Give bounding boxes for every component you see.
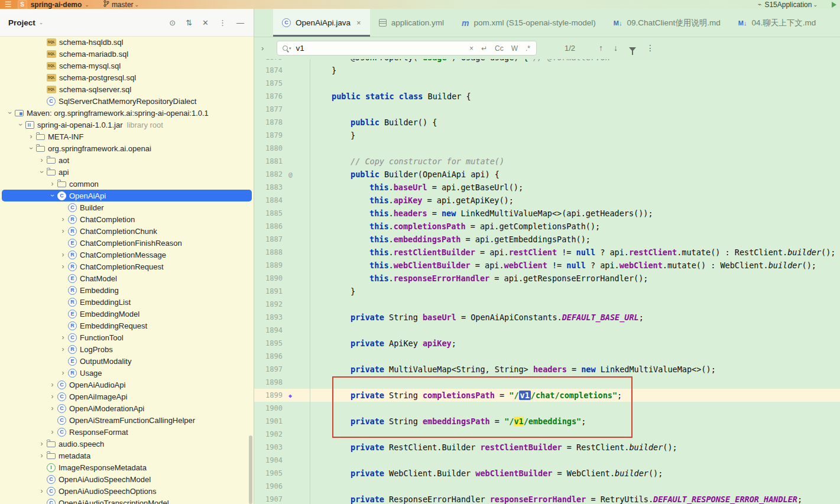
code-line-1907[interactable]: 1907private ResponseErrorHandler respons…: [254, 493, 840, 504]
chevron-expanded-icon[interactable]: ›: [27, 144, 35, 154]
code-line-1903[interactable]: 1903private RestClient.Builder restClien…: [254, 441, 840, 454]
match-case-toggle[interactable]: Cc: [495, 44, 504, 53]
chevron-expanded-icon[interactable]: ›: [38, 167, 46, 177]
chevron-collapsed-icon[interactable]: ›: [58, 215, 68, 223]
whole-words-toggle[interactable]: W: [511, 44, 518, 53]
code-line-1900[interactable]: 1900: [254, 402, 840, 415]
tree-item-embeddinglist[interactable]: REmbeddingList: [2, 296, 252, 308]
hide-panel-icon[interactable]: —: [236, 18, 244, 27]
code-line-1874[interactable]: 1874}: [254, 64, 840, 77]
code-line-1882[interactable]: 1882@public Builder(OpenAiApi api) {: [254, 168, 840, 181]
code-text[interactable]: this.headers = new LinkedMultiValueMap<>…: [310, 207, 653, 220]
code-text[interactable]: }: [310, 64, 336, 77]
code-text[interactable]: // Copy constructor for mutate(): [310, 155, 504, 168]
expand-replace-icon[interactable]: ›: [261, 44, 264, 53]
project-chevron-icon[interactable]: ⌄: [85, 2, 89, 8]
tree-item-spring-ai-openai-1-0-1-jar[interactable]: ›spring-ai-openai-1.0.1.jarlibrary root: [2, 119, 252, 131]
next-match-icon[interactable]: ↓: [614, 43, 618, 53]
chevron-collapsed-icon[interactable]: ›: [47, 404, 57, 412]
code-editor[interactable]: 1873@JsonProperty("usage") Usage usage) …: [254, 59, 840, 504]
tree-item-chatcompletionrequest[interactable]: ›RChatCompletionRequest: [2, 261, 252, 272]
tree-item-aot[interactable]: ›aot: [2, 154, 252, 166]
chevron-collapsed-icon[interactable]: ›: [47, 381, 57, 389]
chevron-collapsed-icon[interactable]: ›: [58, 345, 68, 353]
search-history-chevron-icon[interactable]: ▾: [289, 46, 291, 51]
tree-item-chatcompletion[interactable]: ›RChatCompletion: [2, 213, 252, 225]
code-line-1901[interactable]: 1901private String embeddingsPath = "/v1…: [254, 415, 840, 428]
code-text[interactable]: [310, 324, 313, 337]
chevron-collapsed-icon[interactable]: ›: [47, 180, 57, 188]
tree-item-schema-sqlserver-sql[interactable]: SQLschema-sqlserver.sql: [2, 83, 252, 95]
code-line-1898[interactable]: 1898: [254, 376, 840, 389]
code-text[interactable]: private RestClient.Builder restClientBui…: [310, 441, 677, 454]
code-text[interactable]: private String embeddingsPath = "/v1/emb…: [310, 415, 586, 428]
chevron-collapsed-icon[interactable]: ›: [58, 262, 68, 271]
tree-item-openaiimageapi[interactable]: ›COpenAiImageApi: [2, 391, 252, 402]
tree-item-openaiaudiospeechmodel[interactable]: COpenAiAudioSpeechModel: [2, 473, 252, 485]
tree-item-usage[interactable]: ›RUsage: [2, 367, 252, 379]
code-text[interactable]: public Builder(OpenAiApi api) {: [310, 168, 500, 181]
code-line-1894[interactable]: 1894: [254, 324, 840, 337]
code-line-1904[interactable]: 1904: [254, 454, 840, 467]
project-avatar[interactable]: S: [18, 0, 27, 9]
code-line-1892[interactable]: 1892: [254, 298, 840, 311]
code-text[interactable]: private MultiValueMap<String, String> he…: [310, 363, 716, 376]
chevron-collapsed-icon[interactable]: ›: [58, 251, 68, 259]
code-text[interactable]: [310, 428, 313, 441]
tree-item-builder[interactable]: CBuilder: [2, 201, 252, 213]
project-view-chevron-icon[interactable]: ⌄: [39, 19, 44, 25]
code-line-1886[interactable]: 1886this.completionsPath = api.getComple…: [254, 220, 840, 233]
tree-item-openaiaudioapi[interactable]: ›COpenAiAudioApi: [2, 379, 252, 391]
code-line-1884[interactable]: 1884this.apiKey = api.getApiKey();: [254, 194, 840, 207]
code-line-1893[interactable]: 1893private String baseUrl = OpenAiApiCo…: [254, 311, 840, 324]
code-line-1897[interactable]: 1897private MultiValueMap<String, String…: [254, 363, 840, 376]
tree-item-schema-mysql-sql[interactable]: SQLschema-mysql.sql: [2, 60, 252, 71]
code-text[interactable]: [310, 142, 313, 155]
tree-item-openaistreamfunctioncallinghelper[interactable]: COpenAiStreamFunctionCallingHelper: [2, 414, 252, 426]
code-text[interactable]: [310, 350, 313, 363]
branch-chevron-icon[interactable]: ⌄: [135, 2, 140, 8]
code-text[interactable]: private ResponseErrorHandler responseErr…: [310, 493, 802, 504]
previous-match-icon[interactable]: ↑: [599, 43, 603, 53]
tree-item-api[interactable]: ›api: [2, 166, 252, 178]
tree-item-logprobs[interactable]: ›RLogProbs: [2, 343, 252, 355]
code-line-1895[interactable]: 1895private ApiKey apiKey;: [254, 337, 840, 350]
project-tree-scrollbar[interactable]: [249, 435, 252, 504]
code-text[interactable]: private String completionsPath = "/v1/ch…: [310, 389, 622, 402]
tree-item-schema-hsqldb-sql[interactable]: SQLschema-hsqldb.sql: [2, 36, 252, 48]
tree-item-openaiapi[interactable]: ›COpenAiApi: [2, 190, 252, 201]
tree-item-common[interactable]: ›common: [2, 178, 252, 190]
code-line-1877[interactable]: 1877: [254, 103, 840, 116]
code-line-1890[interactable]: 1890this.responseErrorHandler = api.getR…: [254, 272, 840, 285]
chevron-expanded-icon[interactable]: ›: [6, 108, 14, 118]
code-line-1873[interactable]: 1873@JsonProperty("usage") Usage usage) …: [254, 59, 840, 64]
code-text[interactable]: this.baseUrl = api.getBaseUrl();: [310, 181, 523, 194]
code-text[interactable]: [310, 376, 313, 389]
code-text[interactable]: [310, 402, 313, 415]
code-text[interactable]: }: [310, 129, 355, 142]
code-text[interactable]: [310, 77, 313, 90]
chevron-collapsed-icon[interactable]: ›: [37, 440, 47, 448]
collapse-all-icon[interactable]: ✕: [202, 18, 209, 27]
tree-item-functiontool[interactable]: ›CFunctionTool: [2, 331, 252, 343]
tree-item-meta-inf[interactable]: ›META-INF: [2, 131, 252, 142]
tree-item-responseformat[interactable]: ›CResponseFormat: [2, 426, 252, 438]
tree-item-embeddingmodel[interactable]: EEmbeddingModel: [2, 308, 252, 320]
tree-item-maven-org-springframework-ai-spring-ai-o[interactable]: ›Maven: org.springframework.ai:spring-ai…: [2, 107, 252, 119]
code-line-1885[interactable]: 1885this.headers = new LinkedMultiValueM…: [254, 207, 840, 220]
chevron-collapsed-icon[interactable]: ›: [58, 227, 68, 235]
tree-item-chatcompletionfinishreason[interactable]: EChatCompletionFinishReason: [2, 237, 252, 249]
tab-openaiapi-java[interactable]: COpenAiApi.java×: [273, 9, 370, 37]
code-text[interactable]: this.restClientBuilder = api.restClient …: [310, 246, 835, 259]
chevron-collapsed-icon[interactable]: ›: [58, 333, 68, 342]
tab-application-yml[interactable]: application.yml: [370, 9, 453, 37]
chevron-expanded-icon[interactable]: ›: [17, 120, 25, 130]
tree-item-imageresponsemetadata[interactable]: IImageResponseMetadata: [2, 461, 252, 473]
code-line-1880[interactable]: 1880: [254, 142, 840, 155]
tree-item-schema-mariadb-sql[interactable]: SQLschema-mariadb.sql: [2, 48, 252, 60]
code-line-1888[interactable]: 1888this.restClientBuilder = api.restCli…: [254, 246, 840, 259]
run-config-chevron-icon[interactable]: ⌄: [813, 2, 818, 8]
tree-item-metadata[interactable]: ›metadata: [2, 450, 252, 461]
tree-item-chatcompletionmessage[interactable]: ›RChatCompletionMessage: [2, 249, 252, 261]
project-name-widget[interactable]: spring-ai-demo: [31, 1, 82, 9]
